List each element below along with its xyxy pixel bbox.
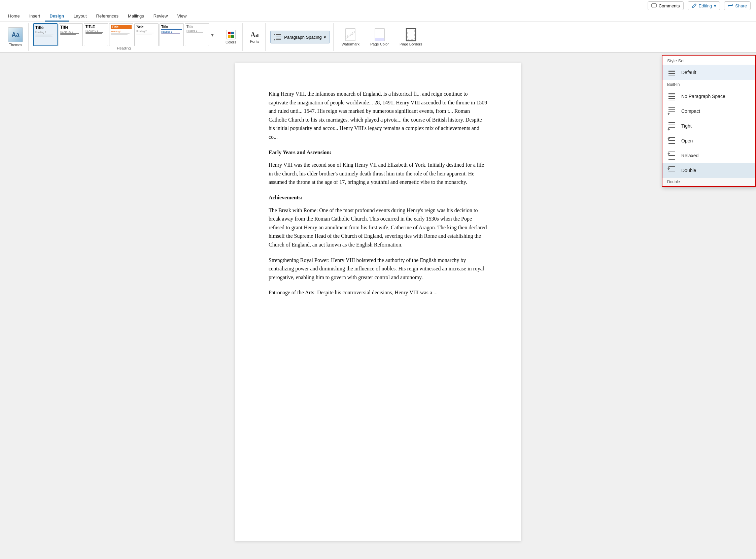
tab-references[interactable]: References [92, 12, 123, 22]
title-bar-right: Comments Editing ▾ Share [648, 1, 751, 10]
line-6 [86, 32, 103, 33]
fonts-group: Aa Fonts [244, 23, 266, 51]
fonts-button[interactable]: Aa Fonts [247, 30, 262, 45]
colors-content: Colors [223, 23, 239, 51]
open-icon [667, 136, 677, 146]
page-content: DRAFT Watermark Page Color [338, 23, 426, 51]
top-bar: Comments Editing ▾ Share Home Insert Des… [0, 0, 756, 52]
page-color-button[interactable]: Page Color [367, 27, 392, 47]
no-paragraph-space-icon [667, 92, 677, 101]
style-thumb-7[interactable]: Title Heading 1 [185, 23, 209, 46]
ribbon-content: Aa Themes Title Heading 1 [0, 22, 756, 52]
compact-label: Compact [681, 108, 700, 114]
style-set-group: Title Heading 1 Title READING 1 [30, 23, 218, 51]
dropdown-tooltip: Double [662, 178, 755, 186]
heading-line-5: Heading 2 [136, 30, 157, 32]
style-set-content: Title Heading 1 Title READING 1 [33, 23, 214, 46]
title-bar: Comments Editing ▾ Share [0, 0, 756, 12]
paragraph-heading-1: Early Years and Ascension: [269, 148, 487, 157]
paragraph-spacing-dropdown: Style Set Default Built-In [662, 55, 756, 187]
tab-review[interactable]: Review [149, 12, 173, 22]
line-1 [35, 34, 53, 35]
tab-mailings[interactable]: Mailings [123, 12, 149, 22]
paragraph-spacing-label: Paragraph Spacing [284, 35, 321, 40]
paragraph-1: King Henry VIII, the infamous monarch of… [269, 90, 487, 141]
share-icon [728, 3, 733, 8]
style-thumb-title-1: Title [35, 25, 55, 30]
line-9 [111, 34, 128, 35]
fonts-icon: Aa [250, 31, 258, 39]
colors-icon [226, 30, 236, 39]
relaxed-icon [667, 151, 677, 160]
heading-line-3: READING 1 [86, 30, 106, 32]
tab-layout[interactable]: Layout [69, 12, 92, 22]
svg-rect-12 [375, 38, 384, 41]
dropdown-item-open[interactable]: Open [662, 133, 755, 148]
dropdown-item-relaxed[interactable]: Relaxed [662, 148, 755, 163]
colors-icon-svg [227, 31, 235, 38]
style-thumb-lines-3: READING 1 [86, 30, 106, 34]
tight-icon-svg [667, 121, 677, 131]
themes-button[interactable]: Aa Themes [6, 26, 25, 48]
paragraph-spacing-button[interactable]: Paragraph Spacing ▾ [270, 31, 329, 43]
tab-design[interactable]: Design [45, 12, 69, 22]
paragraph-spacing-icon [274, 33, 282, 41]
line-7 [86, 33, 102, 34]
style-thumb-2[interactable]: Title READING 1 [59, 23, 83, 46]
line-4 [60, 33, 79, 34]
line-2 [35, 35, 51, 35]
default-icon-svg [667, 68, 677, 77]
style-thumb-6[interactable]: Title Heading 1 [160, 23, 184, 46]
scroll-arrow[interactable]: ▾ [210, 31, 214, 39]
built-in-label: Built-In [662, 80, 755, 89]
colors-label: Colors [226, 40, 236, 44]
style-thumb-lines-6: Heading 1 [161, 31, 182, 34]
tab-insert[interactable]: Insert [25, 12, 45, 22]
para-spacing-icon-row: Paragraph Spacing ▾ [274, 33, 326, 41]
compact-icon [667, 106, 677, 116]
editing-button[interactable]: Editing ▾ [688, 1, 720, 10]
colors-button[interactable]: Colors [223, 29, 239, 45]
themes-icon: Aa [8, 27, 23, 42]
line-8 [111, 33, 130, 34]
style-thumb-5[interactable]: Title Heading 2 [134, 23, 159, 46]
line-12 [161, 33, 180, 34]
style-thumb-lines-4: Heading 1 [111, 30, 132, 35]
paragraph-3: The Break with Rome: One of the most pro… [269, 206, 487, 249]
dropdown-item-compact[interactable]: Compact [662, 104, 755, 118]
tab-view[interactable]: View [172, 12, 191, 22]
editing-chevron: ▾ [714, 3, 716, 8]
heading-line-6: Heading 1 [161, 31, 182, 33]
style-thumb-3[interactable]: TITLE READING 1 [84, 23, 108, 46]
dropdown-item-default[interactable]: Default [662, 65, 755, 80]
paragraph-spacing-group: Paragraph Spacing ▾ [267, 23, 333, 51]
style-thumb-4[interactable]: Title Heading 1 [109, 23, 133, 46]
document-page: King Henry VIII, the infamous monarch of… [235, 63, 521, 541]
default-icon [667, 68, 677, 77]
no-paragraph-space-label: No Paragraph Space [681, 94, 725, 99]
watermark-button[interactable]: DRAFT Watermark [338, 27, 363, 47]
style-set-header: Style Set [662, 55, 755, 65]
heading-line-2: READING 1 [60, 31, 81, 33]
page-borders-button[interactable]: Page Borders [396, 27, 426, 47]
svg-rect-14 [408, 30, 414, 39]
dropdown-item-double[interactable]: Double [662, 163, 755, 178]
tab-home[interactable]: Home [3, 12, 25, 22]
page-borders-icon [406, 28, 416, 41]
relaxed-label: Relaxed [681, 153, 698, 158]
style-thumb-lines-5: Heading 2 [136, 30, 157, 35]
share-button[interactable]: Share [724, 1, 751, 10]
style-thumb-1[interactable]: Title Heading 1 [33, 23, 58, 46]
dropdown-item-no-paragraph-space[interactable]: No Paragraph Space [662, 89, 755, 104]
dropdown-item-tight[interactable]: Tight [662, 118, 755, 133]
comments-icon [651, 3, 657, 8]
page-color-icon [374, 28, 385, 41]
line-5 [60, 35, 76, 35]
fonts-aa: Aa [250, 31, 258, 38]
style-set-label: Heading [117, 46, 131, 51]
comments-button[interactable]: Comments [648, 1, 684, 10]
page-borders-label: Page Borders [399, 42, 422, 46]
line-13 [186, 32, 203, 33]
open-icon-svg [667, 136, 677, 146]
style-thumb-title-6: Title [161, 25, 182, 30]
